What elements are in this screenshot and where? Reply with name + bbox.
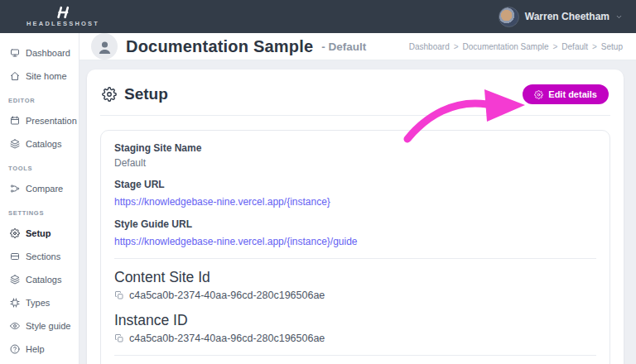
instance-id-heading: Instance ID <box>114 312 596 329</box>
brand-logo[interactable]: HEADLESSHOST <box>26 6 99 27</box>
instance-id-value: c4a5ca0b-2374-40aa-96cd-280c196506ae <box>129 333 325 344</box>
breadcrumb-separator: > <box>552 42 557 51</box>
divider <box>114 355 596 356</box>
copy-icon[interactable] <box>114 290 124 300</box>
setup-title: Setup <box>102 85 168 103</box>
field-staging-site-name: Staging Site Name Default <box>114 142 596 169</box>
field-label: Staging Site Name <box>114 142 596 155</box>
sidebar-section-tools: TOOLS <box>0 156 79 177</box>
page-subtitle: - Default <box>321 41 366 53</box>
home-icon <box>10 71 20 81</box>
details-panel: Staging Site Name Default Stage URL http… <box>100 130 610 364</box>
eye-icon <box>10 321 20 331</box>
sidebar-item-catalogs-editor[interactable]: Catalogs <box>0 132 79 156</box>
sidebar-section-editor: EDITOR <box>0 88 79 109</box>
main-area: Documentation Sample - Default Dashboard… <box>80 33 636 364</box>
layers-icon <box>10 275 20 285</box>
breadcrumb-separator: > <box>592 42 597 51</box>
field-style-guide-url: Style Guide URL https://knowledgebase-ni… <box>114 218 596 248</box>
headlesshost-logo-icon <box>52 6 74 19</box>
setup-card: Setup Edit details Staging Site Name Def… <box>87 69 624 364</box>
breadcrumb-separator: > <box>454 42 459 51</box>
brand-name: HEADLESSHOST <box>26 20 99 27</box>
dashboard-icon <box>10 48 20 58</box>
site-avatar <box>91 33 118 60</box>
sidebar-item-catalogs-settings[interactable]: Catalogs <box>0 268 79 291</box>
user-avatar <box>499 7 519 27</box>
sidebar-item-help[interactable]: Help <box>0 338 79 361</box>
sidebar-item-sections[interactable]: Sections <box>0 245 79 268</box>
sidebar-item-style-guide[interactable]: Style guide <box>0 314 79 338</box>
chevron-down-icon <box>615 13 623 21</box>
user-menu[interactable]: Warren Cheetham <box>499 7 623 27</box>
help-icon <box>10 344 20 354</box>
gear-icon <box>534 90 543 99</box>
gear-icon <box>102 87 117 102</box>
style-guide-url-link[interactable]: https://knowledgebase-nine.vercel.app/{i… <box>114 236 358 247</box>
page-header: Documentation Sample - Default Dashboard… <box>80 33 636 60</box>
sidebar-item-types[interactable]: Types <box>0 291 79 314</box>
sidebar-item-presentation[interactable]: Presentation <box>0 109 79 132</box>
field-value: Default <box>114 157 596 169</box>
sidebar-item-site-home[interactable]: Site home <box>0 65 79 88</box>
presentation-icon <box>10 116 20 126</box>
content-site-id-block: Content Site Id c4a5ca0b-2374-40aa-96cd-… <box>114 269 596 301</box>
user-name: Warren Cheetham <box>525 11 610 22</box>
compare-icon <box>10 184 20 194</box>
content-site-id-value: c4a5ca0b-2374-40aa-96cd-280c196506ae <box>129 290 325 301</box>
field-stage-url: Stage URL https://knowledgebase-nine.ver… <box>114 179 596 208</box>
content-area: Setup Edit details Staging Site Name Def… <box>80 60 636 364</box>
copy-icon[interactable] <box>114 333 124 343</box>
types-icon <box>10 298 20 308</box>
sidebar-item-setup[interactable]: Setup <box>0 222 79 245</box>
top-navbar: HEADLESSHOST Warren Cheetham <box>0 0 636 33</box>
breadcrumb-default[interactable]: Default <box>561 42 588 51</box>
instance-id-block: Instance ID c4a5ca0b-2374-40aa-96cd-280c… <box>114 312 596 344</box>
sidebar-section-settings: SETTINGS <box>0 200 79 222</box>
breadcrumb: Dashboard > Documentation Sample > Defau… <box>409 42 623 51</box>
sidebar-item-compare[interactable]: Compare <box>0 177 79 200</box>
person-icon <box>97 40 113 55</box>
breadcrumb-dashboard[interactable]: Dashboard <box>409 42 450 51</box>
sidebar-item-dashboard[interactable]: Dashboard <box>0 41 79 65</box>
breadcrumb-documentation-sample[interactable]: Documentation Sample <box>463 42 549 51</box>
gear-icon <box>10 228 20 238</box>
edit-details-button[interactable]: Edit details <box>523 84 609 104</box>
breadcrumb-setup[interactable]: Setup <box>601 42 623 51</box>
sidebar: Dashboard Site home EDITOR Presentation … <box>0 33 80 364</box>
layers-icon <box>10 139 20 149</box>
field-label: Stage URL <box>114 179 596 191</box>
content-site-id-heading: Content Site Id <box>114 269 596 286</box>
divider <box>114 258 596 259</box>
setup-card-header: Setup Edit details <box>100 83 610 116</box>
page-title: Documentation Sample <box>126 37 313 56</box>
stage-url-link[interactable]: https://knowledgebase-nine.vercel.app/{i… <box>114 196 330 208</box>
sections-icon <box>10 251 20 261</box>
field-label: Style Guide URL <box>114 218 596 231</box>
